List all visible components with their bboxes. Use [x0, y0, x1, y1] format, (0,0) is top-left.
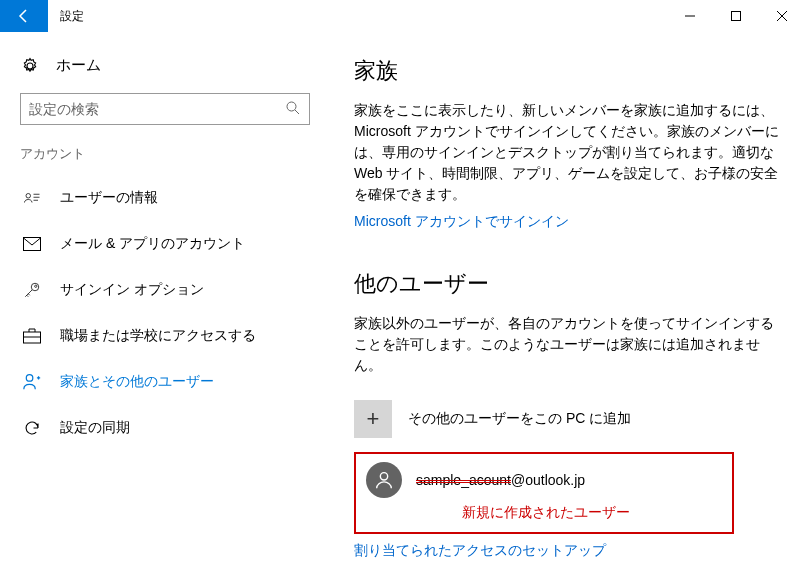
others-description: 家族以外のユーザーが、各自のアカウントを使ってサインインすることを許可します。こ… — [354, 313, 785, 376]
back-button[interactable] — [0, 0, 48, 32]
maximize-button[interactable] — [713, 0, 759, 32]
titlebar: 設定 — [0, 0, 805, 32]
sidebar-item-label: 家族とその他のユーザー — [60, 373, 214, 391]
search-input[interactable] — [29, 101, 285, 117]
svg-point-1 — [287, 102, 296, 111]
window-title: 設定 — [60, 8, 84, 25]
sidebar-item-label: サインイン オプション — [60, 281, 204, 299]
key-icon — [22, 281, 42, 299]
briefcase-icon — [22, 328, 42, 344]
family-description: 家族をここに表示したり、新しいメンバーを家族に追加するには、Microsoft … — [354, 100, 785, 205]
sidebar-item-label: 職場または学校にアクセスする — [60, 327, 256, 345]
sync-icon — [22, 419, 42, 437]
others-heading: 他のユーザー — [354, 269, 785, 299]
sidebar-item-label: 設定の同期 — [60, 419, 130, 437]
annotation-box: sample_acount@outlook.jp 新規に作成されたユーザー — [354, 452, 734, 534]
svg-point-7 — [26, 375, 33, 382]
sidebar-item-signin-options[interactable]: サインイン オプション — [20, 267, 330, 313]
other-user-entry[interactable]: sample_acount@outlook.jp — [366, 462, 722, 498]
svg-point-8 — [380, 473, 387, 480]
home-label: ホーム — [56, 56, 101, 75]
sidebar-item-user-info[interactable]: ユーザーの情報 — [20, 175, 330, 221]
avatar — [366, 462, 402, 498]
search-icon — [285, 100, 301, 119]
assigned-access-link[interactable]: 割り当てられたアクセスのセットアップ — [354, 542, 606, 560]
sidebar-item-label: メール & アプリのアカウント — [60, 235, 245, 253]
search-box[interactable] — [20, 93, 310, 125]
sidebar-item-work-school[interactable]: 職場または学校にアクセスする — [20, 313, 330, 359]
person-icon — [373, 469, 395, 491]
arrow-left-icon — [16, 8, 32, 24]
section-label: アカウント — [20, 145, 330, 163]
sidebar-item-mail-accounts[interactable]: メール & アプリのアカウント — [20, 221, 330, 267]
person-card-icon — [22, 189, 42, 207]
family-heading: 家族 — [354, 56, 785, 86]
main-content: 家族 家族をここに表示したり、新しいメンバーを家族に追加するには、Microso… — [330, 32, 805, 585]
annotation-text: 新規に作成されたユーザー — [462, 504, 722, 522]
sidebar-item-label: ユーザーの情報 — [60, 189, 158, 207]
svg-rect-3 — [24, 238, 41, 251]
plus-icon: + — [354, 400, 392, 438]
sidebar: ホーム アカウント ユーザーの情報 メール & アプリのアカウント — [0, 32, 330, 585]
sidebar-item-family-others[interactable]: 家族とその他のユーザー — [20, 359, 330, 405]
svg-rect-0 — [732, 12, 741, 21]
add-other-user-label: その他のユーザーをこの PC に追加 — [408, 410, 631, 428]
gear-icon — [20, 57, 40, 75]
close-button[interactable] — [759, 0, 805, 32]
maximize-icon — [731, 11, 741, 21]
people-plus-icon — [22, 373, 42, 391]
close-icon — [777, 11, 787, 21]
ms-signin-link[interactable]: Microsoft アカウントでサインイン — [354, 213, 569, 229]
minimize-button[interactable] — [667, 0, 713, 32]
mail-icon — [22, 237, 42, 251]
svg-point-2 — [26, 194, 31, 199]
home-button[interactable]: ホーム — [20, 56, 330, 75]
user-email: sample_acount@outlook.jp — [416, 472, 585, 488]
sidebar-item-sync[interactable]: 設定の同期 — [20, 405, 330, 451]
add-other-user-button[interactable]: + その他のユーザーをこの PC に追加 — [354, 400, 785, 438]
svg-point-5 — [35, 285, 37, 287]
minimize-icon — [685, 11, 695, 21]
window-controls — [667, 0, 805, 32]
